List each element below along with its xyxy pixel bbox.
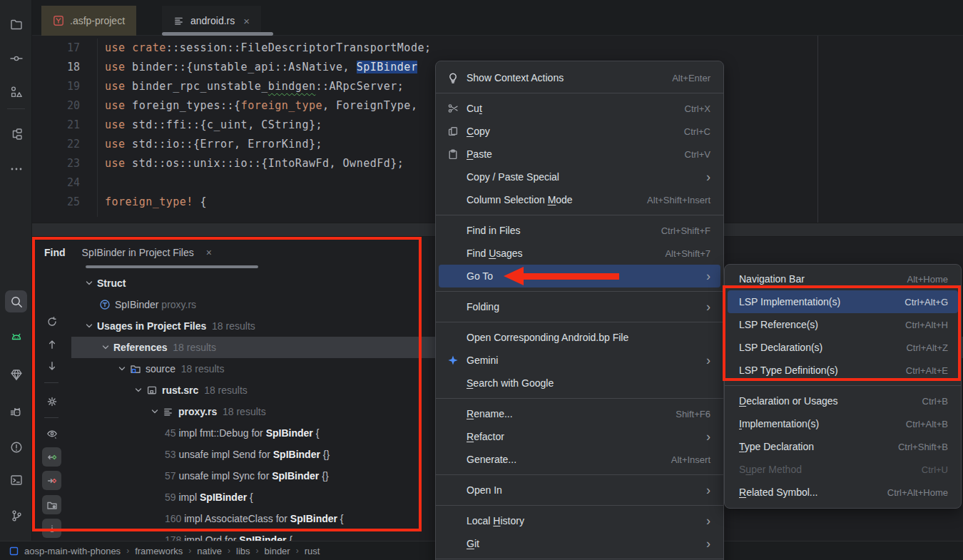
menu-shortcut: Ctrl+C [684,126,710,137]
sidebar-button-git-branch-icon[interactable] [5,504,27,526]
menu-item-generate[interactable]: Generate...Alt+Insert [439,448,720,471]
tab-android-rs[interactable]: android.rs × [162,6,261,36]
line-number: 17 [32,39,97,58]
menu-shortcut: Shift+F6 [676,409,710,419]
tree-row-text: 45 impl fmt::Debug for SpIBinder { [165,427,319,439]
toolbar-button-settings-icon[interactable] [42,392,61,411]
sidebar-button-more-icon[interactable] [5,158,27,180]
info-icon [46,523,58,534]
sidebar-button-structure-icon[interactable] [5,81,27,103]
editor-tab-bar: .asfp-project android.rs × [32,0,963,36]
menu-item-gemini[interactable]: Gemini› [439,349,720,372]
breadcrumb-item-aosp-main-with-phones[interactable]: aosp-main-with-phones [24,546,121,556]
menu-item-lsp-type-definition-s[interactable]: LSP Type Definition(s)Ctrl+Alt+E [728,359,958,382]
menu-shortcut: Ctrl+Alt+Z [906,342,948,353]
menu-shortcut: Ctrl+Alt+E [906,365,948,376]
chevron-down-icon[interactable] [83,322,96,330]
sidebar-button-gem-icon[interactable] [5,363,27,385]
sidebar-button-logcat-icon[interactable] [5,401,27,423]
toolbar-button-prev-occurrence-icon[interactable] [42,335,61,354]
menu-item-open-in[interactable]: Open In› [439,479,720,502]
menu-item-related-symbol[interactable]: Related Symbol...Ctrl+Alt+Home [728,481,958,504]
sidebar-button-android-icon[interactable] [5,325,27,347]
ide-window: .asfp-project android.rs × 1718192021222… [0,0,963,560]
menu-item-lsp-implementation-s[interactable]: LSP Implementation(s)Ctrl+Alt+G [728,290,958,313]
tab-label: .asfp-project [70,15,125,26]
toolbar-button-preview-icon[interactable] [42,424,61,443]
chevron-down-icon[interactable] [83,279,96,287]
breadcrumb-item-binder[interactable]: binder [265,546,290,556]
menu-item-label: Git [467,538,479,549]
menu-item-label: Folding [467,301,499,312]
next-occurrence-icon [46,360,58,372]
chevron-down-icon[interactable] [116,365,128,373]
chevron-down-icon[interactable] [132,386,145,394]
chevron-down-icon[interactable] [99,343,112,352]
toolbar-button-open-in-new-window-icon[interactable] [42,495,61,514]
menu-item-label: Rename... [467,408,513,419]
copy-icon [447,126,467,137]
menu-item-implementation-s[interactable]: Implementation(s)Ctrl+Alt+B [728,412,958,435]
sidebar-button-commit-icon[interactable] [5,47,27,69]
commit-icon [9,51,24,66]
toolbar-button-exclude-icon[interactable] [42,471,61,490]
close-icon[interactable]: × [243,15,250,27]
menu-item-column-selection-mode[interactable]: Column Selection ModeAlt+Shift+Insert [439,188,720,211]
tab-asfp-project[interactable]: .asfp-project [41,6,136,36]
menu-item-show-context-actions[interactable]: Show Context ActionsAlt+Enter [439,66,720,89]
sidebar-button-project-icon[interactable] [5,13,27,35]
sidebar-button-find-icon[interactable] [5,290,27,312]
chevron-down-icon[interactable] [148,407,161,416]
menu-item-open-corresponding-android-bp-file[interactable]: Open Corresponding Android.bp File [439,326,720,349]
sidebar-button-problems-icon[interactable] [5,436,27,458]
menu-shortcut: Ctrl+Shift+B [898,442,948,452]
editor-gutter: 171819202122232425 [32,39,98,217]
toolbar-button-jump-to-source-icon[interactable] [42,447,61,467]
menu-item-local-history[interactable]: Local History› [439,509,720,532]
breadcrumb-item-native[interactable]: native [197,546,222,556]
menu-item-git[interactable]: Git› [439,532,720,555]
menu-item-super-method[interactable]: Super MethodCtrl+U [728,458,958,481]
menu-item-cut[interactable]: CutCtrl+X [439,97,720,120]
logcat-icon [9,405,24,419]
close-icon[interactable]: × [206,247,212,258]
more-icon [9,162,24,176]
menu-item-refactor[interactable]: Refactor› [439,425,720,448]
menu-item-declaration-or-usages[interactable]: Declaration or UsagesCtrl+B [728,390,958,412]
toolbar-button-refresh-icon[interactable] [42,312,61,331]
menu-separator [436,398,723,399]
menu-item-navigation-bar[interactable]: Navigation BarAlt+Home [728,268,958,290]
menu-item-label: Find in Files [467,225,520,236]
menu-item-search-with-google[interactable]: Search with Google [439,372,720,394]
menu-shortcut: Ctrl+Alt+B [906,419,948,429]
menu-shortcut: Ctrl+V [685,149,710,160]
menu-separator [436,291,723,292]
tree-row-text: source 18 results [146,363,225,375]
line-number: 23 [32,154,97,173]
menu-item-label: Show Context Actions [467,72,564,83]
menu-item-folding[interactable]: Folding› [439,295,720,318]
menu-item-lsp-declaration-s[interactable]: LSP Declaration(s)Ctrl+Alt+Z [728,336,958,359]
sidebar-button-terminal-icon[interactable] [5,469,27,491]
menu-item-copy-paste-special[interactable]: Copy / Paste Special› [439,166,720,188]
jump-to-source-icon [46,452,58,463]
breadcrumb-item-libs[interactable]: libs [236,546,250,556]
menu-shortcut: Ctrl+Alt+G [905,297,948,307]
find-results-tab[interactable]: SpIBinder in Project Files × [82,247,212,258]
menu-item-copy[interactable]: CopyCtrl+C [439,120,720,143]
menu-item-go-to[interactable]: Go To› [439,265,720,287]
chevron-right-icon: › [706,354,710,367]
breadcrumb-item-rust[interactable]: rust [305,546,320,556]
menu-separator [436,215,723,215]
menu-item-rename[interactable]: Rename...Shift+F6 [439,402,720,425]
menu-item-find-in-files[interactable]: Find in FilesCtrl+Shift+F [439,219,720,242]
menu-item-lsp-reference-s[interactable]: LSP Reference(s)Ctrl+Alt+H [728,313,958,336]
toolbar-button-next-occurrence-icon[interactable] [42,356,61,375]
sidebar-button-hierarchy-icon[interactable] [5,123,27,145]
menu-item-type-declaration[interactable]: Type DeclarationCtrl+Shift+B [728,435,958,458]
menu-item-find-usages[interactable]: Find UsagesAlt+Shift+7 [439,242,720,265]
breadcrumb-item-frameworks[interactable]: frameworks [135,546,183,556]
toolbar-button-info-icon[interactable] [42,519,61,538]
menu-shortcut: Ctrl+B [922,396,948,407]
menu-item-paste[interactable]: PasteCtrl+V [439,143,720,166]
